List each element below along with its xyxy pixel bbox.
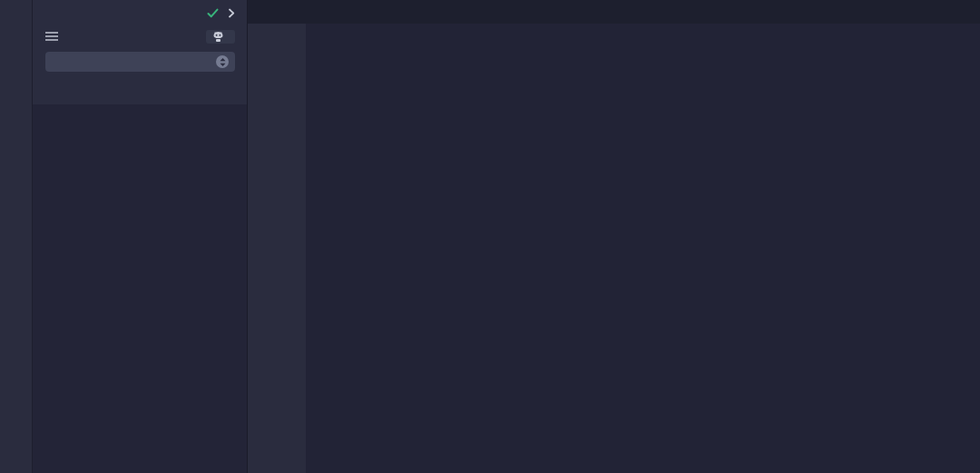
line-number-gutter bbox=[248, 24, 306, 473]
remix-ide-window bbox=[0, 0, 980, 473]
file-tree bbox=[33, 104, 247, 473]
sign-in-button[interactable] bbox=[206, 30, 235, 44]
workspace-select[interactable] bbox=[45, 52, 235, 72]
file-explorer-header-section bbox=[33, 0, 247, 104]
github-icon bbox=[212, 32, 224, 42]
workspaces-menu-icon[interactable] bbox=[45, 32, 58, 41]
activity-bar bbox=[0, 0, 33, 473]
editor-topbar bbox=[248, 0, 980, 24]
file-explorer-toolbar bbox=[45, 81, 235, 97]
expand-chevron-icon[interactable] bbox=[228, 8, 235, 18]
workspace-select-caret-icon bbox=[216, 55, 229, 68]
accept-check-icon[interactable] bbox=[207, 8, 219, 18]
code-editor[interactable] bbox=[248, 24, 980, 473]
file-explorer-panel bbox=[33, 0, 248, 473]
editor-area bbox=[248, 0, 980, 473]
